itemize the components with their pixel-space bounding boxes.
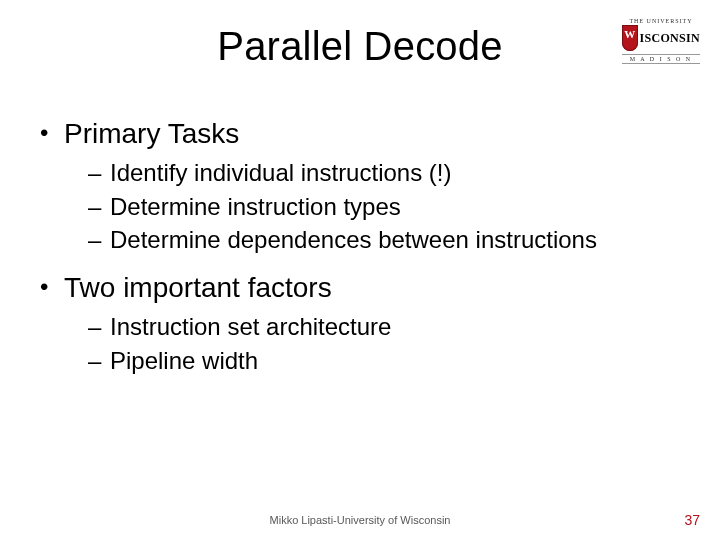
- sub-bullet: Identify individual instructions (!): [64, 157, 680, 189]
- sub-bullet: Pipeline width: [64, 345, 680, 377]
- logo-top-line: THE UNIVERSITY: [622, 18, 700, 24]
- uw-logo: THE UNIVERSITY ISCONSIN M A D I S O N: [622, 18, 700, 64]
- sub-bullet: Determine dependences between instructio…: [64, 224, 680, 256]
- bullet-two-factors: Two important factors Instruction set ar…: [34, 270, 680, 376]
- sub-bullet: Determine instruction types: [64, 191, 680, 223]
- footer-credit: Mikko Lipasti-University of Wisconsin: [0, 514, 720, 526]
- logo-bottom-line: M A D I S O N: [622, 54, 700, 64]
- crest-icon: [622, 25, 638, 51]
- content-area: Primary Tasks Identify individual instru…: [34, 116, 680, 390]
- logo-row: ISCONSIN: [622, 25, 700, 51]
- sub-list: Instruction set architecture Pipeline wi…: [64, 311, 680, 376]
- slide-title: Parallel Decode: [0, 24, 720, 69]
- bullet-primary-tasks: Primary Tasks Identify individual instru…: [34, 116, 680, 256]
- sub-list: Identify individual instructions (!) Det…: [64, 157, 680, 256]
- logo-wordmark: ISCONSIN: [640, 32, 700, 44]
- page-number: 37: [684, 512, 700, 528]
- bullet-label: Two important factors: [64, 272, 332, 303]
- slide: Parallel Decode THE UNIVERSITY ISCONSIN …: [0, 0, 720, 540]
- bullet-list: Primary Tasks Identify individual instru…: [34, 116, 680, 376]
- sub-bullet: Instruction set architecture: [64, 311, 680, 343]
- bullet-label: Primary Tasks: [64, 118, 239, 149]
